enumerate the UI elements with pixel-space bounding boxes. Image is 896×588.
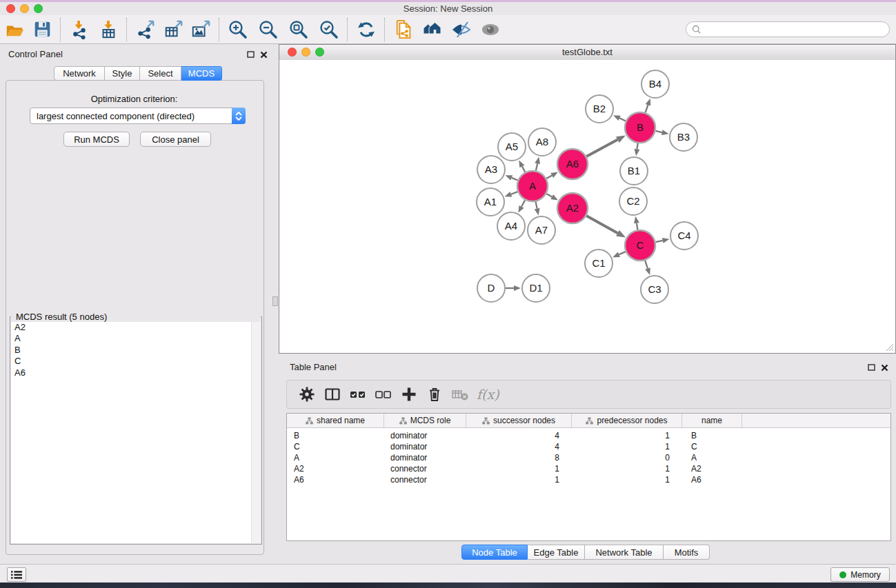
result-item[interactable]: A [11,333,261,344]
import-table-button[interactable] [97,19,120,41]
zoom-selected-button[interactable] [317,19,341,41]
mcds-result-list[interactable]: A2ABCA6 [11,322,261,543]
export-image-button[interactable] [189,19,212,41]
function-builder-button[interactable]: f(x) [477,387,499,402]
import-network-icon [70,20,89,39]
column-header-name[interactable]: name [682,414,742,427]
close-panel-button[interactable]: Close panel [140,132,211,147]
add-column-button[interactable] [396,384,421,405]
save-session-button[interactable] [30,19,54,41]
search-input[interactable] [701,23,877,35]
column-label: MCDS role [410,416,451,425]
result-item[interactable]: A2 [11,322,261,333]
show-tasks-button[interactable] [7,567,26,582]
show-graphics-button[interactable] [479,19,502,41]
graph-node-label: B1 [628,165,640,176]
table-row[interactable]: Cdominator41C [287,441,890,452]
graph-edge[interactable] [512,178,518,181]
graph-node-label: C1 [592,257,605,269]
resize-grip-icon[interactable] [884,342,894,352]
control-panel-close-button[interactable] [259,50,268,59]
criterion-dropdown[interactable]: largest connected component (directed) [30,108,246,124]
graph-edge[interactable] [655,241,662,242]
graph-edge[interactable] [655,131,661,132]
column-header-predecessor-nodes[interactable]: predecessor nodes [572,414,682,427]
clone-network-button[interactable] [392,19,415,41]
memory-label: Memory [850,570,880,580]
zoom-out-button[interactable] [257,19,280,41]
hide-graphics-button[interactable] [450,19,473,41]
panel-divider-handle[interactable] [272,296,278,306]
graph-edge[interactable] [521,200,525,206]
graph-edge[interactable] [637,223,638,230]
graph-edge[interactable] [645,261,648,269]
tab-mcds[interactable]: MCDS [181,66,222,81]
delete-table-button[interactable] [447,384,472,405]
graph-edge-arrowhead [635,149,640,156]
export-network-button[interactable] [134,19,157,41]
tab-label: Style [112,68,132,79]
run-mcds-button[interactable]: Run MCDS [63,132,130,147]
table-cell: 1 [572,475,682,485]
close-icon [260,51,268,59]
tab-edge-table[interactable]: Edge Table [528,545,585,560]
result-item[interactable]: A6 [11,367,261,378]
graph-edge[interactable] [536,202,537,209]
network-window-titlebar[interactable]: testGlobe.txt [279,45,895,61]
tab-select[interactable]: Select [140,66,181,81]
graph-edge[interactable] [511,192,518,194]
table-row[interactable]: Bdominator41B [287,430,890,441]
zoom-fit-button[interactable] [287,19,310,41]
result-item[interactable]: B [11,345,261,356]
result-item[interactable]: C [11,356,261,367]
delete-columns-button[interactable] [421,384,447,405]
table-panel-float-button[interactable] [866,363,876,372]
column-header-shared-name[interactable]: shared name [287,414,384,427]
result-scrollbar[interactable] [251,322,261,543]
memory-button[interactable]: Memory [830,567,890,582]
column-header-mcds-role[interactable]: MCDS role [384,414,466,427]
graph-edge[interactable] [619,118,626,121]
table-row[interactable]: A6connector11A6 [287,474,890,485]
tab-style[interactable]: Style [105,66,140,81]
graph-edge-arrowhead [535,156,540,164]
graph-edge[interactable] [546,175,552,178]
graph-edge[interactable] [546,194,552,196]
table-cell: dominator [384,431,466,440]
save-floppy-icon [33,20,52,39]
deselect-all-rows-button[interactable] [370,384,396,405]
table-options-button[interactable] [294,384,319,405]
column-header-successor-nodes[interactable]: successor nodes [466,414,572,427]
refresh-layout-button[interactable] [355,19,378,41]
tab-node-table[interactable]: Node Table [461,545,528,560]
graph-edge[interactable] [522,166,525,172]
tab-network-table[interactable]: Network Table [585,545,664,560]
main-toolbar [0,15,896,44]
open-session-button[interactable] [3,19,26,41]
tab-motifs[interactable]: Motifs [664,545,710,560]
table-cell: 4 [466,442,572,452]
table-cell: 1 [466,464,572,474]
zoom-in-button[interactable] [226,19,250,41]
graph-edge[interactable] [646,105,648,112]
graph-node-label: A [529,180,536,192]
home-button[interactable] [421,19,444,41]
graph-edge[interactable] [536,163,537,170]
table-row[interactable]: A2connector11A2 [287,463,890,474]
graph-node-label: B2 [593,103,606,114]
table-panel-close-button[interactable] [879,363,889,372]
table-row[interactable]: Adominator80A [287,452,890,463]
tab-network[interactable]: Network [54,66,105,81]
search-box[interactable] [686,21,890,37]
graph-edge[interactable] [637,143,638,150]
show-columns-button[interactable] [319,384,345,405]
graph-edge[interactable] [586,140,617,156]
graph-edge[interactable] [586,216,617,233]
select-all-rows-button[interactable] [345,384,370,405]
graph-node-label: C3 [648,283,661,295]
control-panel-float-button[interactable] [246,50,255,59]
network-canvas[interactable]: B4B2BB3A8A5A6A3B1AA1C2A2A4A7C4CC1DD1C3 [279,60,895,353]
export-table-button[interactable] [161,19,185,41]
import-network-button[interactable] [68,19,91,41]
graph-edge[interactable] [619,252,626,254]
